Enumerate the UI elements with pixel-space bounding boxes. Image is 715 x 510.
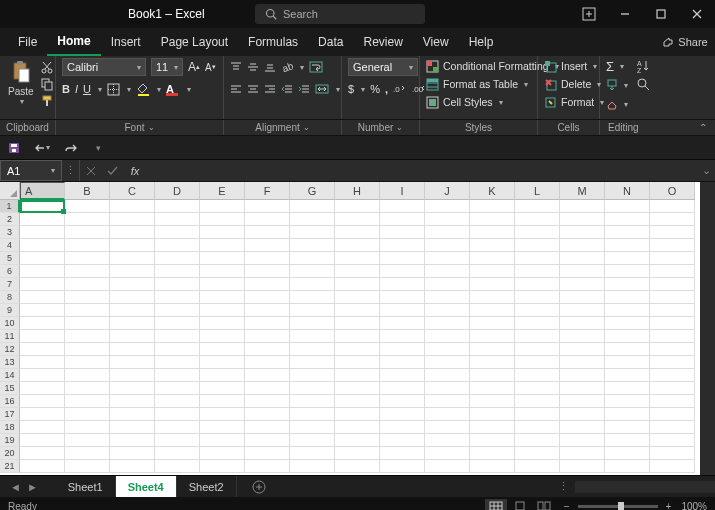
cell[interactable] bbox=[290, 304, 335, 317]
row-header[interactable]: 13 bbox=[0, 356, 20, 369]
column-header[interactable]: M bbox=[560, 182, 605, 200]
accounting-format-icon[interactable]: $ bbox=[348, 83, 354, 95]
cell[interactable] bbox=[380, 265, 425, 278]
cell[interactable] bbox=[290, 239, 335, 252]
prev-sheet-icon[interactable]: ◄ bbox=[10, 481, 21, 493]
cell[interactable] bbox=[515, 226, 560, 239]
cell[interactable] bbox=[155, 382, 200, 395]
cell[interactable] bbox=[335, 252, 380, 265]
cell[interactable] bbox=[110, 252, 155, 265]
cell[interactable] bbox=[155, 408, 200, 421]
cell[interactable] bbox=[380, 395, 425, 408]
cell[interactable] bbox=[65, 447, 110, 460]
minimize-button[interactable] bbox=[607, 0, 643, 28]
cell[interactable] bbox=[515, 200, 560, 213]
cell[interactable] bbox=[425, 278, 470, 291]
close-button[interactable] bbox=[679, 0, 715, 28]
row-header[interactable]: 11 bbox=[0, 330, 20, 343]
cell[interactable] bbox=[65, 265, 110, 278]
cell[interactable] bbox=[155, 356, 200, 369]
cell[interactable] bbox=[560, 330, 605, 343]
cell[interactable] bbox=[245, 395, 290, 408]
cell[interactable] bbox=[380, 278, 425, 291]
tab-home[interactable]: Home bbox=[47, 28, 100, 56]
cell[interactable] bbox=[650, 369, 695, 382]
cell[interactable] bbox=[65, 252, 110, 265]
tab-view[interactable]: View bbox=[413, 28, 459, 56]
cell[interactable] bbox=[335, 278, 380, 291]
italic-icon[interactable]: I bbox=[75, 83, 78, 95]
decrease-indent-icon[interactable] bbox=[281, 83, 293, 95]
cell[interactable] bbox=[605, 278, 650, 291]
collapse-ribbon-icon[interactable]: ⌃ bbox=[699, 122, 707, 133]
cell[interactable] bbox=[650, 343, 695, 356]
cell[interactable] bbox=[155, 200, 200, 213]
cell[interactable] bbox=[560, 395, 605, 408]
cell[interactable] bbox=[560, 200, 605, 213]
row-header[interactable]: 9 bbox=[0, 304, 20, 317]
cell[interactable] bbox=[650, 252, 695, 265]
cell[interactable] bbox=[110, 460, 155, 473]
cell[interactable] bbox=[290, 343, 335, 356]
column-header[interactable]: N bbox=[605, 182, 650, 200]
column-header[interactable]: A bbox=[20, 182, 65, 200]
cell[interactable] bbox=[110, 291, 155, 304]
cell[interactable] bbox=[470, 343, 515, 356]
cell[interactable] bbox=[425, 421, 470, 434]
cell[interactable] bbox=[380, 447, 425, 460]
column-header[interactable]: B bbox=[65, 182, 110, 200]
column-header[interactable]: H bbox=[335, 182, 380, 200]
cell[interactable] bbox=[515, 265, 560, 278]
cell[interactable] bbox=[515, 421, 560, 434]
cell[interactable] bbox=[20, 200, 65, 213]
cell[interactable] bbox=[515, 330, 560, 343]
cell[interactable] bbox=[65, 278, 110, 291]
cell[interactable] bbox=[605, 421, 650, 434]
underline-icon[interactable]: U bbox=[83, 83, 91, 95]
row-header[interactable]: 2 bbox=[0, 213, 20, 226]
cell[interactable] bbox=[560, 265, 605, 278]
insert-cells-button[interactable]: Insert▾ bbox=[544, 58, 597, 74]
cell[interactable] bbox=[470, 213, 515, 226]
cell[interactable] bbox=[470, 278, 515, 291]
column-headers[interactable]: ABCDEFGHIJKLMNO bbox=[20, 182, 695, 200]
cell[interactable] bbox=[20, 343, 65, 356]
tab-review[interactable]: Review bbox=[353, 28, 412, 56]
cell[interactable] bbox=[155, 317, 200, 330]
cell[interactable] bbox=[335, 213, 380, 226]
cell[interactable] bbox=[515, 291, 560, 304]
cell[interactable] bbox=[290, 213, 335, 226]
cell[interactable] bbox=[335, 291, 380, 304]
cell[interactable] bbox=[560, 382, 605, 395]
cell[interactable] bbox=[515, 460, 560, 473]
insert-function-icon[interactable]: fx bbox=[124, 160, 146, 181]
select-all-corner[interactable] bbox=[0, 182, 20, 200]
cell[interactable] bbox=[110, 317, 155, 330]
cell[interactable] bbox=[425, 200, 470, 213]
cell[interactable] bbox=[200, 304, 245, 317]
cell[interactable] bbox=[560, 434, 605, 447]
cell[interactable] bbox=[560, 213, 605, 226]
cell[interactable] bbox=[155, 278, 200, 291]
cell[interactable] bbox=[290, 200, 335, 213]
save-icon[interactable] bbox=[6, 140, 22, 156]
cell[interactable] bbox=[515, 434, 560, 447]
cell[interactable] bbox=[605, 265, 650, 278]
cell[interactable] bbox=[110, 395, 155, 408]
cell[interactable] bbox=[110, 447, 155, 460]
autosum-button[interactable]: Σ▾ bbox=[606, 58, 628, 74]
cell[interactable] bbox=[65, 356, 110, 369]
fill-button[interactable]: ▾ bbox=[606, 77, 628, 93]
cell[interactable] bbox=[20, 382, 65, 395]
cell[interactable] bbox=[425, 447, 470, 460]
cell[interactable] bbox=[650, 265, 695, 278]
cell[interactable] bbox=[380, 226, 425, 239]
column-header[interactable]: C bbox=[110, 182, 155, 200]
cell[interactable] bbox=[380, 317, 425, 330]
cell[interactable] bbox=[200, 343, 245, 356]
cell[interactable] bbox=[290, 408, 335, 421]
cell[interactable] bbox=[335, 460, 380, 473]
increase-indent-icon[interactable] bbox=[298, 83, 310, 95]
cell[interactable] bbox=[110, 421, 155, 434]
cell[interactable] bbox=[65, 213, 110, 226]
